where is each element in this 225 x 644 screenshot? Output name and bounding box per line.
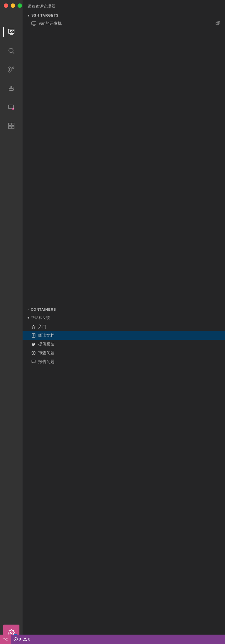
sidebar: 远程资源管理器 ▾ SSH TARGETS van的开发机 › CONTAI — [23, 0, 225, 644]
ssh-targets-chevron: ▾ — [28, 14, 29, 17]
twitter-icon — [31, 342, 36, 346]
help-item-feedback-label: 提供反馈 — [38, 341, 55, 347]
new-window-icon[interactable] — [216, 21, 220, 26]
activity-icon-remote[interactable] — [3, 99, 19, 115]
maximize-button[interactable] — [18, 3, 22, 8]
svg-point-25 — [10, 632, 12, 634]
help-item-report-label: 报告问题 — [38, 359, 55, 365]
svg-line-15 — [9, 88, 10, 88]
svg-point-44 — [25, 640, 25, 640]
warning-icon — [23, 637, 27, 641]
containers-section: › CONTAINERS — [23, 306, 225, 313]
title-bar — [0, 0, 23, 11]
help-chevron: ▾ — [28, 316, 29, 319]
containers-header[interactable]: › CONTAINERS — [23, 306, 225, 313]
help-item-docs-label: 阅读文档 — [38, 333, 55, 338]
svg-line-6 — [13, 52, 14, 54]
ssh-item-van[interactable]: van的开发机 — [23, 19, 225, 28]
svg-rect-21 — [8, 123, 11, 126]
activity-icon-search[interactable] — [3, 43, 19, 59]
empty-area — [23, 28, 225, 306]
svg-rect-1 — [10, 34, 13, 35]
sidebar-title: 远程资源管理器 — [23, 0, 225, 12]
containers-chevron: › — [28, 308, 29, 311]
close-button[interactable] — [4, 3, 8, 8]
svg-marker-31 — [32, 325, 35, 329]
status-bar: ⌥ 0 — [23, 635, 225, 644]
status-items: 0 0 — [23, 637, 33, 641]
containers-label: CONTAINERS — [31, 308, 56, 311]
svg-rect-0 — [8, 29, 14, 34]
help-item-report[interactable]: 报告问题 — [23, 357, 225, 366]
ssh-targets-header[interactable]: ▾ SSH TARGETS — [23, 12, 225, 19]
help-item-review[interactable]: 审查问题 — [23, 349, 225, 357]
monitor-icon — [31, 21, 36, 26]
ssh-item-label: van的开发机 — [39, 21, 62, 26]
activity-icon-extensions[interactable] — [3, 118, 19, 134]
svg-point-11 — [11, 86, 12, 88]
book-icon — [31, 333, 36, 338]
help-section: ▾ 帮助和反馈 入门 阅读文档 — [23, 313, 225, 366]
svg-rect-26 — [32, 22, 36, 25]
help-item-intro-label: 入门 — [38, 324, 46, 330]
comment-icon — [31, 360, 36, 364]
svg-line-16 — [13, 88, 14, 88]
warnings-count: 0 — [28, 637, 30, 641]
svg-rect-24 — [12, 126, 14, 129]
svg-rect-29 — [216, 23, 219, 25]
help-item-intro[interactable]: 入门 — [23, 322, 225, 331]
svg-rect-39 — [32, 360, 35, 363]
info-icon — [31, 351, 36, 355]
svg-point-8 — [9, 71, 10, 72]
activity-icon-debug[interactable] — [3, 80, 19, 96]
svg-rect-22 — [12, 123, 14, 126]
minimize-button[interactable] — [11, 3, 15, 8]
svg-point-3 — [13, 30, 14, 31]
svg-point-5 — [9, 48, 13, 53]
help-item-feedback[interactable]: 提供反馈 — [23, 340, 225, 349]
svg-point-7 — [9, 67, 10, 69]
help-label: 帮助和反馈 — [31, 315, 50, 320]
svg-point-2 — [10, 30, 12, 32]
star-icon — [31, 325, 36, 329]
help-header[interactable]: ▾ 帮助和反馈 — [23, 313, 225, 322]
activity-icon-remote-explorer[interactable] — [3, 24, 19, 40]
help-item-review-label: 审查问题 — [38, 350, 55, 356]
activity-bar: 1 — [0, 0, 23, 644]
help-item-docs[interactable]: 阅读文档 — [23, 331, 225, 340]
status-warnings[interactable]: 0 — [23, 637, 30, 641]
activity-icon-source-control[interactable] — [3, 61, 19, 78]
svg-point-38 — [33, 352, 34, 352]
ssh-targets-label: SSH TARGETS — [31, 13, 59, 17]
svg-point-9 — [13, 67, 14, 69]
svg-rect-23 — [8, 126, 11, 129]
empty-area-2 — [23, 366, 225, 644]
